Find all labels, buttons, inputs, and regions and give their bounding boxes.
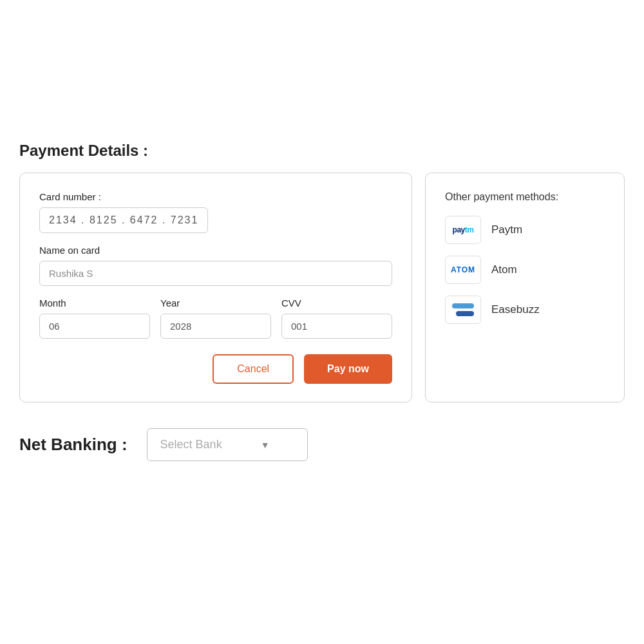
easebuzz-stripe-top: [452, 303, 474, 308]
paytm-method-item[interactable]: paytm Paytm: [445, 216, 605, 244]
easebuzz-stripe-bottom: [456, 311, 474, 316]
card-number-display: 2134 . 8125 . 6472 . 7231: [39, 207, 208, 233]
date-cvv-row: Month Year CVV: [39, 298, 392, 339]
buttons-row: Cancel Pay now: [39, 354, 392, 384]
year-group: Year: [160, 298, 271, 339]
month-label: Month: [39, 298, 150, 308]
atom-logo: ATOM: [445, 256, 481, 284]
easebuzz-logo: [445, 296, 481, 324]
name-on-card-label: Name on card: [39, 245, 392, 256]
net-banking-label: Net Banking :: [19, 435, 128, 455]
atom-logo-text: ATOM: [451, 265, 475, 274]
cancel-button[interactable]: Cancel: [213, 354, 294, 384]
pay-now-button[interactable]: Pay now: [304, 354, 392, 384]
page-title: Payment Details :: [19, 142, 148, 160]
easebuzz-name: Easebuzz: [491, 303, 540, 316]
atom-name: Atom: [491, 263, 517, 276]
cvv-input[interactable]: [281, 314, 392, 339]
atom-method-item[interactable]: ATOM Atom: [445, 256, 605, 284]
month-group: Month: [39, 298, 150, 339]
payment-card: Card number : 2134 . 8125 . 6472 . 7231 …: [19, 173, 412, 402]
year-input[interactable]: [160, 314, 271, 339]
other-methods-card: Other payment methods: paytm Paytm ATOM …: [425, 173, 625, 402]
other-methods-title: Other payment methods:: [445, 191, 605, 203]
paytm-logo: paytm: [445, 216, 481, 244]
year-label: Year: [160, 298, 271, 308]
name-on-card-input[interactable]: [39, 261, 392, 286]
select-bank-placeholder: Select Bank: [160, 438, 222, 451]
cards-row: Card number : 2134 . 8125 . 6472 . 7231 …: [19, 173, 625, 402]
card-number-label: Card number :: [39, 191, 392, 202]
dropdown-arrow-icon: ▼: [261, 440, 270, 450]
month-input[interactable]: [39, 314, 150, 339]
easebuzz-method-item[interactable]: Easebuzz: [445, 296, 605, 324]
select-bank-dropdown[interactable]: Select Bank ▼: [147, 428, 308, 461]
paytm-name: Paytm: [491, 223, 522, 236]
cvv-group: CVV: [281, 298, 392, 339]
paytm-logo-text: paytm: [453, 225, 474, 234]
easebuzz-logo-stripes: [452, 303, 474, 316]
net-banking-row: Net Banking : Select Bank ▼: [19, 428, 308, 461]
cvv-label: CVV: [281, 298, 392, 308]
